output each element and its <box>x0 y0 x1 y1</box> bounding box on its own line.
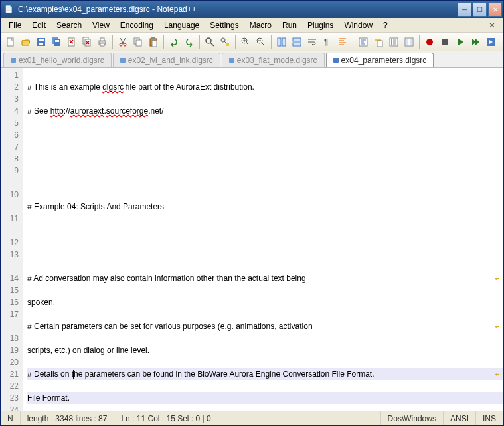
save-icon[interactable] <box>34 35 48 49</box>
window-title: C:\examples\ex04_parameters.dlgsrc - Not… <box>18 5 458 14</box>
menubar: File Edit Search View Encoding Language … <box>1 18 503 33</box>
file-icon <box>229 58 234 63</box>
file-icon <box>120 58 126 63</box>
close-file-icon[interactable] <box>64 35 79 49</box>
svg-point-13 <box>120 43 122 46</box>
menu-encoding[interactable]: Encoding <box>115 19 159 32</box>
svg-rect-40 <box>442 39 448 45</box>
svg-rect-28 <box>293 43 301 46</box>
svg-rect-25 <box>278 38 281 46</box>
status-n: N <box>1 411 21 425</box>
indent-guide-icon[interactable] <box>335 35 350 49</box>
menu-run[interactable]: Run <box>277 19 302 32</box>
close-button[interactable]: ✕ <box>488 3 502 17</box>
tab-ex02[interactable]: ex02_lvl_and_lnk.dlgsrc <box>113 53 220 67</box>
titlebar[interactable]: 📄 C:\examples\ex04_parameters.dlgsrc - N… <box>1 1 503 18</box>
redo-icon[interactable] <box>182 35 197 49</box>
svg-rect-26 <box>282 38 286 46</box>
svg-rect-36 <box>405 38 413 46</box>
doc-map-icon[interactable] <box>402 35 416 49</box>
save-macro-icon[interactable] <box>483 35 498 49</box>
tab-bar: ex01_hello_world.dlgsrc ex02_lvl_and_lnk… <box>1 51 503 68</box>
svg-rect-12 <box>100 43 104 46</box>
open-file-icon[interactable] <box>19 35 33 49</box>
play-icon[interactable] <box>453 35 467 49</box>
lang-icon[interactable] <box>356 35 371 49</box>
tab-ex03[interactable]: ex03_flat_mode.dlgsrc <box>222 53 325 67</box>
statusbar: N length : 3348 lines : 87 Ln : 11 Col :… <box>1 411 503 425</box>
maximize-button[interactable]: ☐ <box>473 3 487 17</box>
copy-icon[interactable] <box>131 35 145 49</box>
svg-rect-31 <box>377 41 382 47</box>
svg-rect-6 <box>55 40 59 42</box>
svg-rect-37 <box>406 39 408 45</box>
menu-help[interactable]: ? <box>378 19 393 32</box>
menu-language[interactable]: Language <box>159 19 205 32</box>
sync-v-icon[interactable] <box>274 35 289 49</box>
menu-macro[interactable]: Macro <box>244 19 277 32</box>
file-icon <box>11 58 16 63</box>
func-list-icon[interactable] <box>386 35 401 49</box>
menu-window[interactable]: Window <box>339 19 378 32</box>
cut-icon[interactable] <box>116 35 130 49</box>
svg-point-35 <box>391 43 392 45</box>
svg-rect-38 <box>410 39 412 45</box>
zoom-in-icon[interactable] <box>238 35 253 49</box>
tab-ex01[interactable]: ex01_hello_world.dlgsrc <box>3 53 112 67</box>
menu-plugins[interactable]: Plugins <box>302 19 339 32</box>
print-icon[interactable] <box>95 35 110 49</box>
menu-close-doc[interactable]: ✕ <box>483 19 501 32</box>
stop-record-icon[interactable] <box>438 35 452 49</box>
file-icon <box>333 58 339 63</box>
play-multi-icon[interactable] <box>468 35 483 49</box>
svg-rect-16 <box>136 40 141 46</box>
svg-rect-2 <box>39 39 44 41</box>
zoom-out-icon[interactable] <box>254 35 268 49</box>
gutter: 123456789101112131415161718192021222324 <box>1 68 23 411</box>
replace-icon[interactable] <box>218 35 232 49</box>
folder-doc-icon[interactable] <box>371 35 386 49</box>
editor[interactable]: 123456789101112131415161718192021222324 … <box>1 68 503 411</box>
svg-rect-18 <box>151 37 155 39</box>
close-all-icon[interactable] <box>80 35 94 49</box>
menu-file[interactable]: File <box>3 19 27 32</box>
svg-point-39 <box>426 39 433 45</box>
toolbar: ¶ <box>1 33 503 51</box>
menu-edit[interactable]: Edit <box>27 19 51 32</box>
paste-icon[interactable] <box>146 35 161 49</box>
undo-icon[interactable] <box>167 35 181 49</box>
svg-point-34 <box>391 41 392 43</box>
svg-rect-19 <box>152 41 157 47</box>
svg-rect-11 <box>100 38 104 41</box>
wrap-icon: ⤶ <box>494 368 501 380</box>
find-icon[interactable] <box>203 35 217 49</box>
code-area[interactable]: # This is an example dlgsrc file part of… <box>23 68 503 411</box>
sync-h-icon[interactable] <box>290 35 304 49</box>
save-all-icon[interactable] <box>49 35 64 49</box>
menu-settings[interactable]: Settings <box>205 19 244 32</box>
svg-rect-0 <box>7 38 13 46</box>
status-eol[interactable]: Dos\Windows <box>381 411 444 425</box>
wrap-icon: ⤶ <box>494 320 501 332</box>
record-icon[interactable] <box>422 35 437 49</box>
svg-point-14 <box>124 43 126 46</box>
status-length: length : 3348 lines : 87 <box>21 411 115 425</box>
status-position: Ln : 11 Col : 15 Sel : 0 | 0 <box>114 411 380 425</box>
status-encoding[interactable]: ANSI <box>444 411 476 425</box>
menu-view[interactable]: View <box>87 19 115 32</box>
svg-rect-22 <box>226 43 229 46</box>
wrap-icon: ⤶ <box>494 272 501 284</box>
svg-point-33 <box>391 39 392 41</box>
menu-search[interactable]: Search <box>51 19 87 32</box>
svg-rect-27 <box>293 38 301 41</box>
wrap-icon[interactable] <box>305 35 319 49</box>
svg-text:¶: ¶ <box>324 37 328 47</box>
new-file-icon[interactable] <box>3 35 18 49</box>
minimize-button[interactable]: ─ <box>458 3 471 17</box>
status-mode[interactable]: INS <box>476 411 503 425</box>
show-all-chars-icon[interactable]: ¶ <box>320 35 335 49</box>
svg-point-20 <box>206 38 211 43</box>
app-icon: 📄 <box>5 4 15 15</box>
svg-rect-3 <box>39 43 43 45</box>
tab-ex04[interactable]: ex04_parameters.dlgsrc <box>326 53 434 67</box>
